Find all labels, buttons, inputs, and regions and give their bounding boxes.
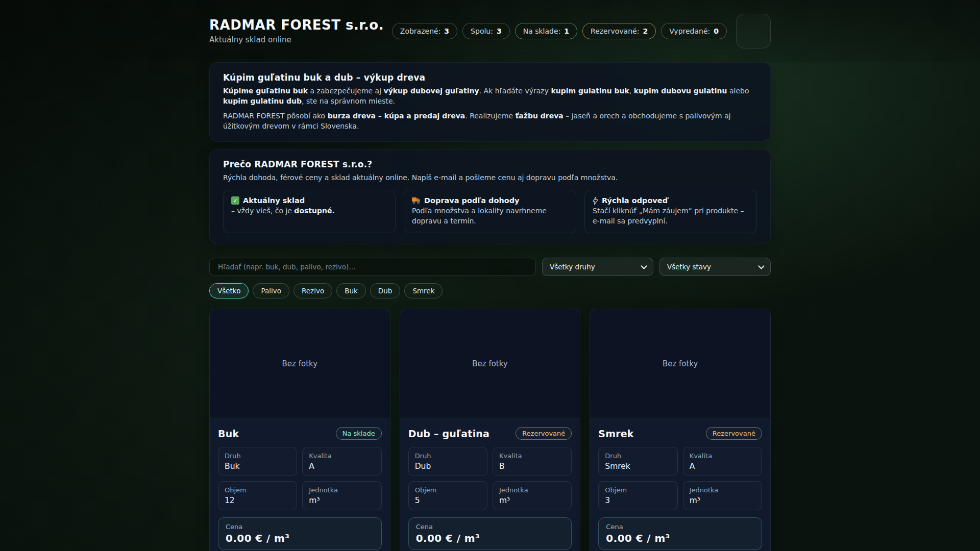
stat-label: Vypredané: [669, 27, 710, 35]
stat-value: 3 [444, 27, 449, 35]
product-name: Smrek [598, 428, 633, 439]
category-chips: Všetko Palivo Rezivo Buk Dub Smrek [209, 283, 771, 298]
type-filter-select[interactable]: Všetky druhy [542, 258, 653, 276]
stat-badge-na-sklade: Na sklade:1 [515, 23, 577, 39]
field-kvalita: KvalitaA [302, 447, 381, 476]
type-filter-select-wrap: Všetky druhy [542, 258, 653, 276]
feature-body: – vždy vieš, čo je dostupné. [231, 206, 387, 216]
feature-title: Rýchla odpoveď [593, 196, 749, 205]
field-druh: DruhBuk [218, 447, 297, 476]
price-value: 0.00 € / m³ [416, 532, 565, 545]
product-grid: Bez fotky Buk Na sklade DruhBuk KvalitaA… [209, 309, 771, 551]
header: RADMAR FOREST s.r.o. Aktuálny sklad onli… [0, 0, 980, 62]
status-badge: Rezervované [706, 427, 762, 440]
stat-badge-zobrazene: Zobrazené:3 [392, 23, 457, 39]
stat-label: Rezervované: [591, 27, 639, 35]
intro-paragraph: RADMAR FOREST pôsobí ako burza dreva – k… [223, 111, 757, 132]
intro-paragraph: Kúpime guľatinu buk a zabezpečujeme aj v… [223, 86, 757, 107]
stat-value: 0 [714, 27, 719, 35]
state-filter-select-wrap: Všetky stavy [659, 258, 771, 276]
product-fields: DruhBuk KvalitaA Objem12 Jednotkam³ [218, 447, 382, 510]
field-objem: Objem12 [218, 481, 297, 510]
stat-label: Spolu: [471, 27, 493, 35]
stat-value: 1 [564, 27, 569, 35]
logo-placeholder [736, 14, 771, 48]
field-druh: DruhDub [408, 447, 487, 476]
chip-dub[interactable]: Dub [370, 283, 401, 298]
feature-body: Stačí kliknúť „Mám záujem“ pri produkte … [593, 206, 749, 227]
why-subheading: Rýchla dohoda, férové ceny a sklad aktuá… [223, 173, 757, 183]
product-card-buk: Bez fotky Buk Na sklade DruhBuk KvalitaA… [209, 309, 390, 551]
lightning-icon [593, 197, 598, 205]
chip-palivo[interactable]: Palivo [253, 283, 289, 298]
product-fields: DruhSmrek KvalitaA Objem3 Jednotkam³ [598, 447, 762, 510]
photo-placeholder: Bez fotky [400, 309, 580, 419]
product-card-smrek: Bez fotky Smrek Rezervované DruhSmrek Kv… [590, 309, 771, 551]
feature-list: ✓ Aktuálny sklad – vždy vieš, čo je dost… [223, 190, 757, 233]
field-druh: DruhSmrek [598, 447, 677, 476]
state-filter-select[interactable]: Všetky stavy [659, 258, 771, 276]
chip-buk[interactable]: Buk [336, 283, 366, 298]
field-jednotka: Jednotkam³ [493, 481, 572, 510]
intro-heading: Kúpim guľatinu buk a dub – výkup dreva [223, 72, 757, 83]
feature-transport: Doprava podľa dohody Podľa množstva a lo… [404, 190, 576, 233]
price-box: Cena 0.00 € / m³ [218, 517, 382, 550]
chip-rezivo[interactable]: Rezivo [293, 283, 332, 298]
stat-label: Zobrazené: [400, 27, 441, 35]
price-box: Cena 0.00 € / m³ [408, 517, 572, 550]
product-name: Dub – guľatina [408, 428, 489, 439]
field-jednotka: Jednotkam³ [302, 481, 381, 510]
price-box: Cena 0.00 € / m³ [598, 517, 762, 550]
intro-panel: Kúpim guľatinu buk a dub – výkup dreva K… [209, 62, 771, 142]
field-kvalita: KvalitaB [493, 447, 572, 476]
photo-placeholder: Bez fotky [210, 309, 390, 419]
feature-title: ✓ Aktuálny sklad [231, 196, 387, 205]
search-input[interactable] [209, 258, 536, 276]
chip-smrek[interactable]: Smrek [404, 283, 443, 298]
field-objem: Objem5 [408, 481, 487, 510]
feature-response: Rýchla odpoveď Stačí kliknúť „Mám záujem… [584, 190, 757, 233]
status-badge: Na sklade [336, 427, 382, 440]
truck-icon [412, 197, 421, 204]
stat-value: 3 [497, 27, 502, 35]
feature-stock: ✓ Aktuálny sklad – vždy vieš, čo je dost… [223, 190, 396, 233]
page-title: RADMAR FOREST s.r.o. [209, 17, 384, 33]
stat-label: Na sklade: [523, 27, 561, 35]
field-jednotka: Jednotkam³ [683, 481, 762, 510]
chip-vsetko[interactable]: Všetko [209, 283, 249, 298]
price-value: 0.00 € / m³ [606, 532, 754, 545]
page-subtitle: Aktuálny sklad online [209, 35, 384, 44]
why-panel: Prečo RADMAR FOREST s.r.o.? Rýchla dohod… [209, 149, 771, 245]
header-stats: Zobrazené:3 Spolu:3 Na sklade:1 Rezervov… [392, 14, 771, 48]
price-value: 0.00 € / m³ [226, 532, 374, 545]
feature-title: Doprava podľa dohody [412, 196, 568, 205]
stat-badge-spolu: Spolu:3 [462, 23, 510, 39]
product-card-dub: Bez fotky Dub – guľatina Rezervované Dru… [400, 309, 581, 551]
stat-value: 2 [643, 27, 648, 35]
stat-badge-vypredane: Vypredané:0 [661, 23, 727, 39]
photo-placeholder: Bez fotky [590, 309, 770, 419]
field-objem: Objem3 [598, 481, 677, 510]
status-badge: Rezervované [516, 427, 572, 440]
filter-bar: Všetky druhy Všetky stavy [209, 258, 771, 276]
brand: RADMAR FOREST s.r.o. Aktuálny sklad onli… [209, 17, 384, 44]
product-fields: DruhDub KvalitaB Objem5 Jednotkam³ [408, 447, 572, 510]
field-kvalita: KvalitaA [683, 447, 762, 476]
check-icon: ✓ [231, 196, 239, 205]
why-heading: Prečo RADMAR FOREST s.r.o.? [223, 159, 757, 169]
product-name: Buk [218, 428, 239, 439]
feature-body: Podľa množstva a lokality navrhneme dopr… [412, 206, 568, 227]
stat-badge-rezervovane: Rezervované:2 [582, 23, 656, 39]
